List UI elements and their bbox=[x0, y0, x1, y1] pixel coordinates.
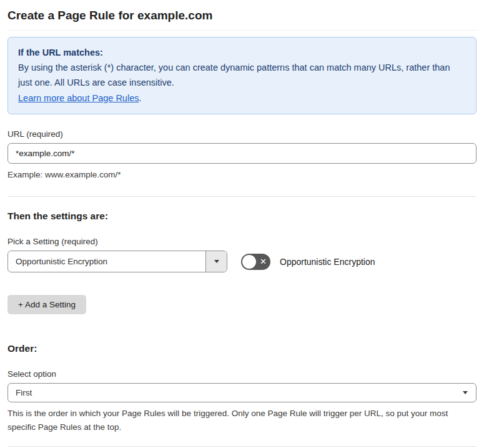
chevron-down-icon bbox=[463, 391, 468, 394]
section-divider bbox=[7, 196, 477, 197]
info-box-heading: If the URL matches: bbox=[18, 45, 466, 60]
url-input[interactable] bbox=[7, 143, 477, 164]
order-select[interactable]: First bbox=[7, 383, 477, 402]
url-label: URL (required) bbox=[7, 129, 477, 139]
create-page-rule-form: Create a Page Rule for example.com If th… bbox=[0, 0, 484, 448]
setting-toggle[interactable]: ✕ bbox=[241, 254, 270, 270]
info-link-line: Learn more about Page Rules. bbox=[18, 91, 466, 106]
order-heading: Order: bbox=[7, 343, 477, 354]
setting-select[interactable]: Opportunistic Encryption bbox=[7, 251, 227, 272]
chevron-down-icon bbox=[214, 260, 219, 263]
pick-setting-label: Pick a Setting (required) bbox=[7, 237, 477, 246]
setting-select-value: Opportunistic Encryption bbox=[8, 257, 107, 266]
page-title: Create a Page Rule for example.com bbox=[7, 7, 477, 31]
toggle-off-x-icon: ✕ bbox=[260, 257, 267, 266]
settings-heading: Then the settings are: bbox=[7, 211, 477, 222]
order-select-label: Select option bbox=[7, 369, 477, 379]
setting-toggle-label: Opportunistic Encryption bbox=[280, 257, 375, 267]
order-select-arrow bbox=[463, 391, 476, 394]
learn-more-link[interactable]: Learn more about Page Rules bbox=[18, 93, 139, 103]
info-box-body: By using the asterisk (*) character, you… bbox=[18, 60, 466, 90]
setting-toggle-wrap: ✕ Opportunistic Encryption bbox=[241, 254, 375, 270]
url-example-helper: Example: www.example.com/* bbox=[7, 168, 477, 182]
order-select-value: First bbox=[8, 388, 32, 397]
order-helper: This is the order in which your Page Rul… bbox=[7, 407, 470, 434]
link-period: . bbox=[139, 93, 141, 103]
toggle-knob bbox=[242, 255, 256, 269]
url-matches-info-box: If the URL matches: By using the asteris… bbox=[7, 37, 477, 114]
actions-divider bbox=[7, 446, 477, 447]
setting-select-arrow-button[interactable] bbox=[205, 251, 227, 272]
setting-row: Opportunistic Encryption ✕ Opportunistic… bbox=[7, 251, 477, 272]
add-setting-button[interactable]: + Add a Setting bbox=[7, 295, 86, 314]
